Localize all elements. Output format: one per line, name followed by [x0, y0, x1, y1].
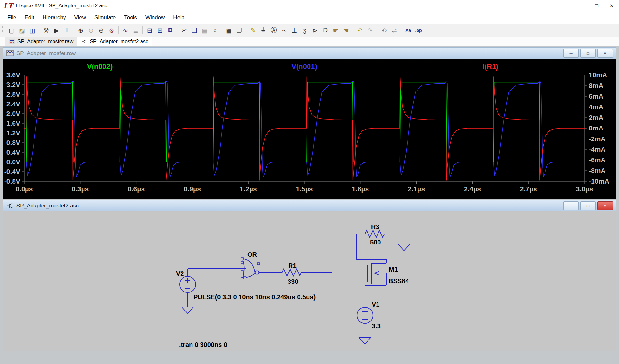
toolbar-find-button[interactable]: ⌕	[210, 26, 220, 35]
toolbar-halt-button[interactable]: ‖	[62, 26, 72, 35]
toolbar-new-schematic-button[interactable]: ▢	[6, 26, 17, 35]
toolbar-autorange-y-axis-button[interactable]: ∿	[120, 26, 131, 35]
waveform-window-titlebar[interactable]: SP_Adapter_mosfet.raw ─ □ ✕	[3, 48, 616, 59]
toolbar-label-net-button[interactable]: Ⓐ	[269, 26, 279, 35]
wire-drain-to-r3[interactable]	[356, 234, 386, 259]
or-gate[interactable]	[241, 258, 260, 279]
tabbar-gripper[interactable]	[1, 37, 3, 45]
toolbar-mirror-button[interactable]: ⇌	[389, 26, 399, 35]
waveform-close-button[interactable]: ✕	[597, 49, 613, 58]
legend-V(n002)[interactable]: V(n002)	[87, 62, 113, 71]
toolbar-tile-vertically-button[interactable]: ⊞	[155, 26, 165, 35]
m1-designator[interactable]: M1	[389, 266, 398, 273]
tab-waveform-raw[interactable]: SP_Adapter_mosfet.raw	[5, 37, 77, 46]
voltage-source-v1[interactable]	[357, 307, 373, 338]
close-button[interactable]: ✕	[604, 0, 619, 12]
schematic-drawing[interactable]: V2 PULSE(0 3.3 0 10ns 10ns 0.249us 0.5us…	[3, 211, 616, 352]
toolbar-paste-button[interactable]: ▤	[200, 26, 210, 35]
toolbar-save-button[interactable]: ◫	[27, 26, 37, 35]
toolbar-resistor-button[interactable]: ⌁	[279, 26, 289, 35]
waveform-window-controls: ─ □ ✕	[563, 49, 614, 58]
toolbar-undo-button[interactable]: ↶	[355, 26, 365, 35]
r3-designator[interactable]: R3	[371, 223, 379, 230]
toolbar-rotate-button[interactable]: ⟲	[379, 26, 389, 35]
waveform-plot-panel[interactable]: 3.6V3.2V2.8V2.4V2.0V1.6V1.2V0.8V0.4V0.0V…	[3, 59, 616, 199]
waveform-restore-button[interactable]: □	[580, 49, 596, 58]
schematic-window-titlebar[interactable]: SP_Adapter_mosfet2.asc ─ □ ✕	[3, 200, 616, 211]
toolbar-zoom-out-button[interactable]: ⊖	[96, 26, 106, 35]
toolbar-cascade-windows-button[interactable]: ⧉	[165, 26, 175, 35]
menu-hierarchy[interactable]: Hierarchy	[38, 12, 70, 24]
toolbar-spice-netlist-button[interactable]: ≣	[131, 26, 141, 35]
or-gate-label[interactable]: OR	[247, 251, 257, 258]
y-left-tick-label: 2.8V	[6, 91, 20, 98]
r1-value[interactable]: 330	[288, 278, 298, 285]
x-tick-label: 0.9µs	[184, 185, 201, 193]
y-right-tick-label: -4mA	[589, 146, 606, 153]
toolbar-redo-button[interactable]: ↷	[365, 26, 375, 35]
tran-directive[interactable]: .tran 0 3000ns 0	[179, 341, 227, 348]
tab-schematic-asc[interactable]: SP_Adapter_mosfet2.asc	[77, 37, 152, 46]
r3-value[interactable]: 500	[370, 239, 381, 246]
menu-simulate[interactable]: Simulate	[90, 12, 120, 24]
toolbar-print-button[interactable]: ▦	[224, 26, 234, 35]
toolbar-print-preview-button[interactable]: ❐	[234, 26, 244, 35]
toolbar-run-button[interactable]: ▶	[51, 26, 62, 35]
legend-V(n001)[interactable]: V(n001)	[291, 62, 317, 71]
legend-I(R1)[interactable]: I(R1)	[483, 62, 498, 71]
toolbar-tile-horizontally-button[interactable]: ⊟	[144, 26, 155, 35]
menu-edit[interactable]: Edit	[20, 12, 38, 24]
schematic-window: SP_Adapter_mosfet2.asc ─ □ ✕	[3, 200, 616, 352]
app-title: LTspice XVII - SP_Adapter_mosfet2.asc	[16, 3, 107, 9]
y-right-tick-label: 8mA	[589, 82, 604, 89]
y-left-tick-label: 1.6V	[6, 120, 20, 127]
waveform-plot[interactable]: 3.6V3.2V2.8V2.4V2.0V1.6V1.2V0.8V0.4V0.0V…	[3, 59, 616, 199]
v1-designator[interactable]: V1	[372, 301, 379, 308]
menu-window[interactable]: Window	[141, 12, 169, 24]
toolbar-inductor-button[interactable]: ʒ	[300, 26, 310, 35]
toolbar-spice-directive-button[interactable]: .op	[413, 26, 424, 35]
toolbar-zoom-back-button[interactable]: ⊙	[86, 26, 96, 35]
v1-value[interactable]: 3.3	[372, 322, 381, 330]
v2-value[interactable]: PULSE(0 3.3 0 10ns 10ns 0.249us 0.5us)	[193, 293, 316, 301]
toolbar-open-button[interactable]: ▨	[17, 26, 27, 35]
toolbar-cut-button[interactable]: ✂	[179, 26, 189, 35]
resistor-r1[interactable]	[259, 269, 368, 281]
toolbar-drag-button[interactable]: ☚	[341, 26, 351, 35]
ground-symbol-v1[interactable]	[359, 338, 371, 344]
maximize-button[interactable]: □	[589, 0, 604, 12]
menu-tools[interactable]: Tools	[120, 12, 141, 24]
v2-designator[interactable]: V2	[176, 270, 184, 277]
minimize-button[interactable]: ─	[575, 0, 589, 12]
ground-symbol-v2[interactable]	[182, 307, 193, 313]
schematic-restore-button[interactable]: □	[580, 201, 596, 210]
schematic-canvas[interactable]: V2 PULSE(0 3.3 0 10ns 10ns 0.249us 0.5us…	[3, 211, 616, 352]
toolbar-separator	[118, 26, 119, 34]
toolbar-copy-button[interactable]: ❏	[189, 26, 200, 35]
mosfet-m1[interactable]	[368, 259, 386, 285]
r1-designator[interactable]: R1	[288, 262, 297, 269]
schematic-close-button[interactable]: ✕	[597, 201, 613, 210]
schematic-minimize-button[interactable]: ─	[563, 201, 579, 210]
toolbar-component-button[interactable]: D	[320, 26, 330, 35]
toolbar-gripper[interactable]	[2, 26, 5, 34]
toolbar-ground-button[interactable]: ⏚	[258, 26, 269, 35]
toolbar-diode-button[interactable]: ⊳	[310, 26, 320, 35]
toolbar-zoom-full-extents-button[interactable]: ⊗	[106, 26, 117, 35]
menu-view[interactable]: View	[70, 12, 90, 24]
menu-help[interactable]: Help	[169, 12, 189, 24]
toolbar-text-button[interactable]: Aa	[403, 26, 413, 35]
x-tick-label: 2.1µs	[408, 185, 425, 193]
toolbar-wire-button[interactable]: ✎	[248, 26, 258, 35]
ground-symbol-r3[interactable]	[398, 244, 410, 251]
waveform-minimize-button[interactable]: ─	[563, 49, 579, 58]
menu-file[interactable]: File	[3, 12, 20, 24]
toolbar-capacitor-button[interactable]: ⊥	[289, 26, 300, 35]
ltspice-logo-icon: LT	[3, 2, 13, 10]
toolbar-control-panel-button[interactable]: ⚒	[41, 26, 51, 35]
toolbar-separator	[377, 26, 377, 34]
toolbar-zoom-in-button[interactable]: ⊕	[75, 26, 86, 35]
toolbar-move-button[interactable]: ☛	[330, 26, 341, 35]
m1-value[interactable]: BSS84	[388, 277, 409, 284]
toolbar-separator	[74, 26, 74, 34]
